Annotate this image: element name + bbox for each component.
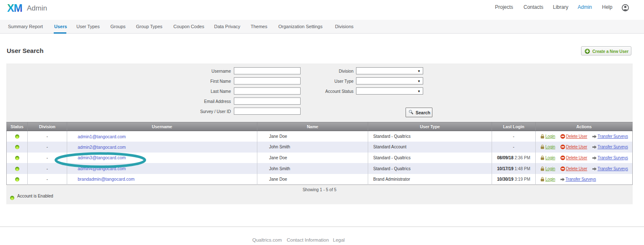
svg-text:XM: XM — [7, 2, 22, 14]
